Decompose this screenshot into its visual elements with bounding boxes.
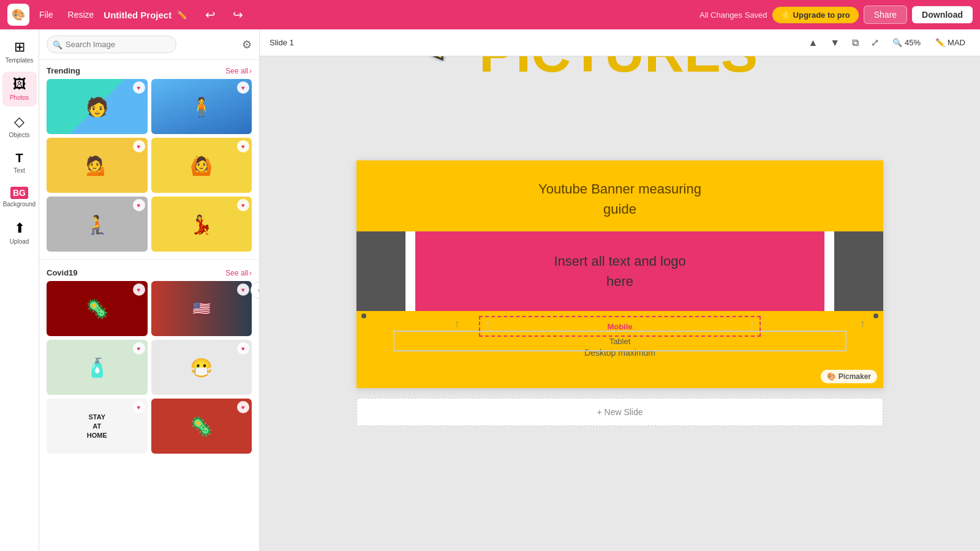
covid-see-all[interactable]: See all › (225, 269, 252, 277)
save-status: All Changes Saved (699, 10, 767, 20)
picmaker-icon: 🎨 (827, 372, 836, 381)
canvas-toolbar: Slide 1 ▲ ▼ ⧉ ⤢ 🔍 45% ✏️ MAD (260, 29, 980, 56)
zoom-level: 45% (905, 38, 921, 47)
pictures-text: PICTURES (479, 56, 883, 80)
mad-button[interactable]: ✏️ MAD (930, 36, 970, 49)
chevron-right-icon: › (249, 269, 252, 277)
list-item[interactable]: 🧴 ♥ (47, 340, 148, 395)
white-strip-right (824, 231, 834, 311)
slide-canvas[interactable]: Youtube Banner measuringguide Insert all… (356, 160, 883, 388)
canvas-area: Slide 1 ▲ ▼ ⧉ ⤢ 🔍 45% ✏️ MAD (260, 29, 980, 551)
sidebar-item-upload[interactable]: ⬆ Upload (2, 216, 37, 250)
list-item[interactable]: 🧑 ♥ (47, 79, 148, 134)
trending-see-all[interactable]: See all › (225, 67, 252, 75)
heart-icon[interactable]: ♥ (133, 401, 145, 413)
undo-button[interactable]: ↩ (202, 5, 219, 24)
image-panel: 🔍 ⚙ Trending See all › 🧑 ♥ (39, 29, 260, 551)
zoom-control[interactable]: 🔍 45% (888, 36, 925, 49)
slide-up-button[interactable]: ▲ (804, 35, 821, 51)
banner-bottom: Mobile Tablet Desktop maximum ↑ (356, 311, 883, 388)
redo-button[interactable]: ↪ (229, 5, 247, 24)
star-icon: ⭐ (781, 10, 791, 20)
picmaker-badge: 🎨 Picmaker (821, 370, 877, 383)
covid-header: Covid19 See all › (39, 262, 259, 281)
copy-slide-button[interactable]: ⧉ (848, 35, 862, 51)
top-nav: 🎨 File Resize Untitled Project ✏️ ↩ ↪ Al… (0, 0, 980, 29)
sidebar-item-templates[interactable]: ⊞ Templates (2, 34, 37, 69)
upgrade-button[interactable]: ⭐ Upgrade to pro (772, 7, 859, 23)
heart-icon[interactable]: ♥ (133, 283, 145, 296)
mobile-guide: Mobile (479, 316, 761, 337)
objects-icon: ◇ (14, 114, 24, 130)
text-icon: T (15, 151, 23, 165)
list-item[interactable]: 🧎 ♥ (47, 197, 148, 252)
heart-icon[interactable]: ♥ (237, 342, 249, 354)
panel-search-bar: 🔍 ⚙ (39, 29, 259, 60)
white-strip-left (405, 231, 415, 311)
heart-icon[interactable]: ♥ (133, 199, 145, 211)
center-text: Insert all text and logohere (554, 251, 685, 291)
dark-side-left (356, 231, 405, 311)
banner-subtitle: Youtube Banner measuringguide (369, 179, 871, 219)
search-input[interactable] (47, 36, 176, 53)
list-item[interactable]: 🦠 ♥ (151, 399, 252, 454)
overlay-text: CLICK HERE TO ADD PICTURES (356, 56, 883, 80)
slide-down-button[interactable]: ▼ (826, 35, 843, 51)
sidebar-item-objects[interactable]: ◇ Objects (2, 109, 37, 144)
canvas-toolbar-right: ▲ ▼ ⧉ ⤢ 🔍 45% ✏️ MAD (804, 34, 970, 51)
heart-icon[interactable]: ♥ (133, 81, 145, 94)
list-item[interactable]: 🇺🇸 ♥ (151, 281, 252, 336)
new-slide-button[interactable]: + New Slide (356, 398, 883, 426)
banner-middle: Insert all text and logohere (356, 231, 883, 311)
list-item[interactable]: 🦠 ♥ (47, 281, 148, 336)
slide-wrapper: CLICK HERE TO ADD PICTURES (356, 69, 883, 388)
filter-icon[interactable]: ⚙ (242, 38, 252, 51)
trending-grid: 🧑 ♥ 🧍 ♥ 💁 ♥ 🙆 (39, 79, 259, 257)
templates-icon: ⊞ (14, 39, 25, 55)
list-item[interactable]: 💁 ♥ (47, 138, 148, 193)
sidebar-icons: ⊞ Templates 🖼 Photos ◇ Objects T Text BG… (0, 29, 39, 551)
upload-icon: ⬆ (14, 220, 25, 236)
search-icon: 🔍 (53, 40, 62, 49)
download-button[interactable]: Download (912, 6, 973, 23)
sidebar-item-background[interactable]: BG Background (2, 182, 37, 213)
banner-top: Youtube Banner measuringguide (356, 160, 883, 231)
trending-title: Trending (47, 66, 80, 75)
chevron-right-icon: › (249, 67, 252, 75)
heart-icon[interactable]: ♥ (237, 199, 249, 211)
expand-button[interactable]: ⤢ (867, 34, 883, 51)
list-item[interactable]: 😷 ♥ (151, 340, 252, 395)
covid-grid: 🦠 ♥ 🇺🇸 ♥ 🧴 ♥ 😷 (39, 281, 259, 459)
zoom-in-icon: 🔍 (892, 38, 902, 47)
sidebar-item-photos[interactable]: 🖼 Photos (2, 72, 37, 107)
svg-marker-0 (387, 56, 516, 59)
heart-icon[interactable]: ♥ (237, 140, 249, 152)
nav-center: ↩ ↪ (202, 5, 247, 24)
file-menu[interactable]: File (34, 7, 58, 22)
sidebar-item-text[interactable]: T Text (2, 146, 37, 179)
heart-icon[interactable]: ♥ (237, 81, 249, 94)
corner-dot-tl (361, 313, 366, 318)
main-layout: ⊞ Templates 🖼 Photos ◇ Objects T Text BG… (0, 29, 980, 551)
list-item[interactable]: 💃 ♥ (151, 197, 252, 252)
list-item[interactable]: 🧍 ♥ (151, 79, 252, 134)
pink-center[interactable]: Insert all text and logohere (415, 231, 824, 311)
up-arrow-right2: ↑ (860, 318, 865, 329)
photos-icon: 🖼 (13, 77, 26, 92)
corner-dot-tr (873, 313, 878, 318)
list-item[interactable]: STAY AT HOME ♥ (47, 399, 148, 454)
canvas-scroll[interactable]: CLICK HERE TO ADD PICTURES (260, 56, 980, 551)
list-item[interactable]: 🙆 ♥ (151, 138, 252, 193)
slide-inner: Youtube Banner measuringguide Insert all… (356, 160, 883, 388)
edit-icon[interactable]: ✏️ (176, 10, 187, 20)
up-arrow-left2: ↑ (454, 318, 459, 329)
heart-icon[interactable]: ♥ (237, 401, 249, 413)
heart-icon[interactable]: ♥ (133, 342, 145, 354)
covid-title: Covid19 (47, 268, 78, 277)
arrow-overlay (387, 56, 516, 68)
heart-icon[interactable]: ♥ (237, 283, 249, 296)
project-title: Untitled Project (104, 10, 172, 20)
resize-menu[interactable]: Resize (63, 7, 99, 22)
share-button[interactable]: Share (864, 6, 907, 24)
heart-icon[interactable]: ♥ (133, 140, 145, 152)
